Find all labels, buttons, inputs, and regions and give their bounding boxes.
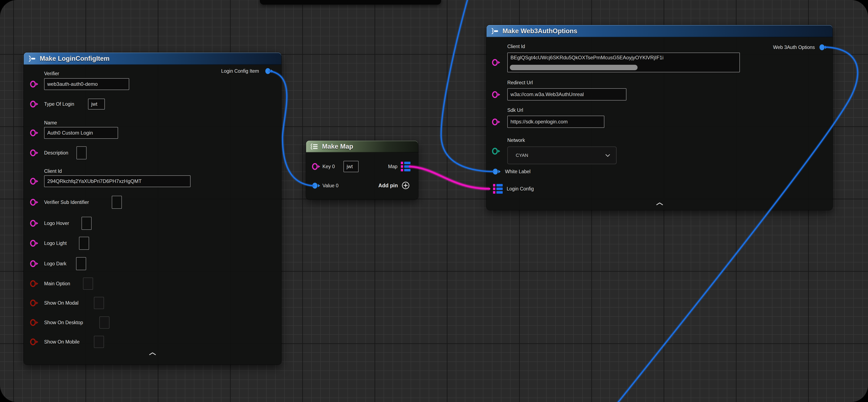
input-pin-main-option[interactable] xyxy=(30,280,39,287)
make-struct-icon xyxy=(491,28,499,34)
network-selected-value: CYAN xyxy=(508,153,605,158)
input-pin-type-of-login[interactable] xyxy=(30,100,39,108)
node-make-login-config-item: Make LoginConfigItem Login Config Item V… xyxy=(24,53,281,365)
show-on-mobile-checkbox[interactable] xyxy=(94,336,104,348)
client-id-input[interactable]: 294QRkchfq2YaXUbPri7D6PH7xzHgQMT xyxy=(44,175,190,187)
offscreen-node-bottom xyxy=(260,0,441,5)
description-input[interactable] xyxy=(76,146,87,160)
client-id-text: BEglQSgt4cUWcj6SKRdu5QkOXTsePmMcusG5EAoy… xyxy=(510,55,663,61)
pin-label-key0: Key 0 xyxy=(322,164,335,169)
pin-label-value0: Value 0 xyxy=(322,183,338,189)
pin-label-map: Map xyxy=(388,164,398,169)
pin-label-show-on-modal: Show On Modal xyxy=(44,300,79,306)
input-pin-verifier-sub-identifier[interactable] xyxy=(30,199,39,206)
pin-label-verifier: Verifier xyxy=(44,70,59,77)
node-title: Make Web3AuthOptions xyxy=(502,27,577,35)
network-dropdown[interactable]: CYAN xyxy=(507,147,617,164)
input-pin-description[interactable] xyxy=(30,149,39,156)
node-make-web3auth-options: Make Web3AuthOptions Web 3Auth Options C… xyxy=(487,25,833,210)
show-on-modal-checkbox[interactable] xyxy=(94,297,104,309)
node-header-make-login-config-item[interactable]: Make LoginConfigItem xyxy=(24,53,281,65)
pin-label-login-config: Login Config xyxy=(507,186,534,192)
logo-dark-input[interactable] xyxy=(76,257,86,270)
verifier-input[interactable]: web3auth-auth0-demo xyxy=(44,78,129,90)
input-pin-sdk-url[interactable] xyxy=(492,118,501,126)
logo-light-input[interactable] xyxy=(79,237,89,250)
type-of-login-input[interactable]: jwt xyxy=(88,98,105,110)
pin-label-logo-dark: Logo Dark xyxy=(44,261,66,267)
client-id-hscrollbar[interactable] xyxy=(510,65,638,70)
input-pin-name[interactable] xyxy=(30,129,39,137)
pin-label-web3auth-options: Web 3Auth Options xyxy=(773,45,815,50)
redirect-url-input[interactable]: w3a://com.w3a.Web3AuthUnreal xyxy=(507,88,626,100)
collapse-node-chevron-icon[interactable] xyxy=(149,352,156,355)
input-pin-show-on-mobile[interactable] xyxy=(30,338,39,346)
pin-label-name: Name xyxy=(44,120,57,126)
input-pin-redirect-url[interactable] xyxy=(492,91,501,98)
node-header-make-web3auth-options[interactable]: Make Web3AuthOptions xyxy=(487,25,833,37)
input-pin-show-on-desktop[interactable] xyxy=(30,319,39,326)
add-pin-button[interactable]: Add pin xyxy=(378,181,410,190)
add-pin-plus-icon xyxy=(401,181,410,190)
blueprint-graph-canvas[interactable]: Make LoginConfigItem Login Config Item V… xyxy=(0,0,868,402)
node-header-make-map[interactable]: Make Map xyxy=(306,141,418,152)
pin-label-verifier-sub-identifier: Verifier Sub Identifier xyxy=(44,199,89,205)
input-pin-logo-hover[interactable] xyxy=(30,220,39,227)
pin-label-redirect-url: Redirect Url xyxy=(507,80,533,86)
input-pin-logo-dark[interactable] xyxy=(30,260,39,267)
verifier-sub-identifier-input[interactable] xyxy=(112,196,122,209)
key0-input[interactable]: jwt xyxy=(343,161,359,172)
pin-label-white-label: White Label xyxy=(505,169,530,174)
input-pin-verifier[interactable] xyxy=(30,80,39,88)
pin-label-login-config-item: Login Config Item xyxy=(221,68,259,74)
pin-label-description: Description xyxy=(44,150,68,156)
make-struct-icon xyxy=(28,55,36,62)
logo-hover-input[interactable] xyxy=(82,217,92,230)
main-option-checkbox[interactable] xyxy=(83,278,93,290)
client-id-input[interactable]: BEglQSgt4cUWcj6SKRdu5QkOXTsePmMcusG5EAoy… xyxy=(507,53,740,72)
input-pin-client-id[interactable] xyxy=(492,59,501,66)
input-pin-client-id[interactable] xyxy=(30,177,39,185)
pin-label-logo-hover: Logo Hover xyxy=(44,220,69,226)
add-pin-label: Add pin xyxy=(378,182,398,189)
input-pin-logo-light[interactable] xyxy=(30,239,39,247)
node-title: Make LoginConfigItem xyxy=(40,55,110,62)
input-pin-network[interactable] xyxy=(492,147,501,155)
pin-label-client-id: Client Id xyxy=(44,168,62,174)
pin-label-client-id: Client Id xyxy=(507,44,525,50)
input-pin-login-config[interactable] xyxy=(493,184,503,194)
wire-offscreen-to-white-label[interactable] xyxy=(441,0,493,172)
collapse-node-chevron-icon[interactable] xyxy=(656,202,663,205)
make-map-icon xyxy=(310,143,319,150)
pin-label-type-of-login: Type Of Login xyxy=(44,101,74,107)
pin-label-network: Network xyxy=(507,137,525,143)
chevron-down-icon xyxy=(605,154,610,157)
pin-label-logo-light: Logo Light xyxy=(44,240,67,246)
sdk-url-input[interactable]: https://sdk.openlogin.com xyxy=(507,116,604,128)
pin-label-show-on-mobile: Show On Mobile xyxy=(44,339,80,345)
pin-label-main-option: Main Option xyxy=(44,281,70,287)
pin-label-sdk-url: Sdk Url xyxy=(507,107,523,113)
input-pin-show-on-modal[interactable] xyxy=(30,299,39,307)
pin-label-show-on-desktop: Show On Desktop xyxy=(44,320,83,325)
show-on-desktop-checkbox[interactable] xyxy=(99,316,110,328)
wire-glow xyxy=(441,0,493,172)
node-make-map: Make Map Key 0 jwt Map Value 0 Add pin xyxy=(306,141,418,200)
name-input[interactable]: Auth0 Custom Login xyxy=(44,127,118,139)
input-pin-key0[interactable] xyxy=(312,163,321,170)
node-title: Make Map xyxy=(322,143,353,150)
